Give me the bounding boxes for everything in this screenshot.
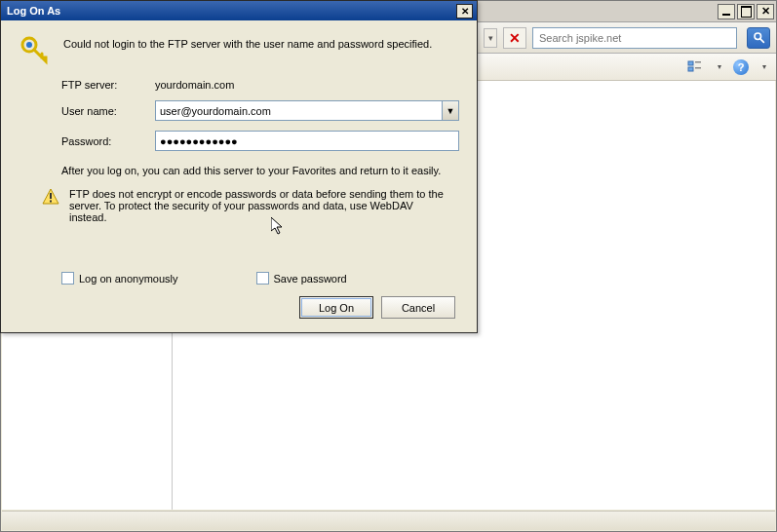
svg-rect-4 [688, 67, 693, 71]
help-icon: ? [738, 61, 745, 73]
views-icon [687, 59, 703, 75]
password-label: Password: [61, 135, 155, 147]
username-input[interactable] [155, 100, 442, 121]
save-password-label: Save password [274, 273, 347, 285]
username-label: User name: [61, 105, 155, 117]
svg-rect-3 [695, 61, 701, 63]
username-combo[interactable]: ▼ [155, 100, 459, 121]
svg-line-1 [760, 39, 763, 42]
help-button[interactable]: ? [733, 59, 749, 75]
key-icon [19, 34, 50, 65]
password-input[interactable] [155, 131, 459, 151]
refresh-stop-button[interactable]: ✕ [503, 27, 526, 49]
save-password-checkbox[interactable]: Save password [256, 272, 347, 285]
svg-point-11 [26, 42, 32, 48]
svg-rect-2 [688, 61, 693, 65]
dialog-title: Log On As [5, 5, 456, 17]
search-input[interactable] [537, 31, 732, 45]
ftp-server-label: FTP server: [61, 79, 155, 91]
search-go-button[interactable] [747, 27, 770, 49]
checkbox-icon [256, 272, 269, 285]
help-dropdown[interactable]: ▾ [762, 62, 766, 71]
svg-rect-12 [50, 193, 52, 199]
maximize-button[interactable] [737, 4, 755, 19]
anon-checkbox[interactable]: Log on anonymously [61, 272, 178, 285]
views-dropdown[interactable]: ▾ [718, 62, 721, 71]
anon-label: Log on anonymously [79, 273, 178, 285]
info-text: After you log on, you can add this serve… [61, 165, 459, 176]
address-dropdown[interactable] [484, 28, 497, 48]
dialog-close-button[interactable]: ✕ [456, 4, 473, 19]
logon-button[interactable]: Log On [299, 296, 373, 319]
logon-dialog: Log On As ✕ Could not login to the FTP s… [0, 0, 478, 333]
cancel-button-label: Cancel [402, 302, 435, 314]
views-button[interactable] [686, 58, 704, 76]
stop-icon: ✕ [509, 31, 521, 45]
svg-rect-13 [50, 201, 52, 203]
window-close-button[interactable]: ✕ [757, 4, 774, 19]
checkbox-icon [61, 272, 74, 285]
logon-button-label: Log On [319, 302, 354, 314]
warning-text: FTP does not encrypt or encode passwords… [69, 188, 449, 223]
svg-rect-5 [695, 67, 701, 69]
error-message: Could not login to the FTP server with t… [63, 34, 432, 50]
status-bar [2, 511, 775, 530]
cancel-button[interactable]: Cancel [381, 296, 455, 319]
username-dropdown-button[interactable]: ▼ [442, 100, 459, 121]
ftp-server-value: yourdomain.com [155, 79, 459, 91]
warning-icon [42, 188, 59, 206]
minimize-button[interactable] [718, 4, 735, 19]
dialog-titlebar[interactable]: Log On As ✕ [1, 1, 477, 20]
search-box[interactable] [532, 27, 737, 49]
search-icon [753, 31, 765, 44]
